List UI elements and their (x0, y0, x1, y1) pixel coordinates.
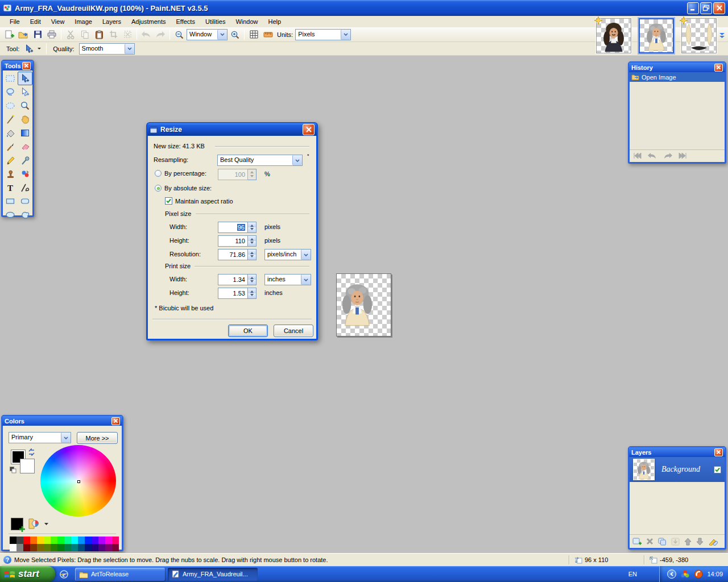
layers-palette-close-icon[interactable] (714, 448, 723, 456)
reset-colors-icon[interactable] (10, 467, 16, 473)
window-titlebar[interactable]: Army_FRA_VaudreuilKW.png (100%) - Paint.… (0, 0, 728, 16)
pixel-height-spinner[interactable]: 110 (218, 235, 257, 247)
palette-swatch[interactable] (30, 544, 37, 551)
save-icon[interactable] (31, 28, 44, 41)
menu-utilities[interactable]: Utilities (200, 16, 230, 27)
open-icon[interactable] (16, 28, 30, 41)
print-width-value[interactable]: 1.34 (218, 274, 248, 285)
palette-swatch[interactable] (85, 544, 92, 551)
tool-move-selected-pixels-icon[interactable] (18, 72, 32, 85)
pixel-width-spinner[interactable]: 96 (218, 222, 257, 233)
zoom-in-icon[interactable] (228, 28, 242, 41)
layer-row-background[interactable]: Background (630, 457, 725, 482)
paintdotnet-tray-icon[interactable] (680, 569, 690, 579)
color-wheel-marker[interactable] (77, 480, 80, 483)
taskbar-button-arttorelease[interactable]: ArtToRelease (75, 568, 165, 581)
palette-swatch[interactable] (92, 537, 98, 544)
tool-paint-bucket-icon[interactable] (3, 126, 18, 140)
merge-down-icon[interactable] (671, 538, 680, 546)
tool-ellipse-icon[interactable] (3, 208, 18, 222)
tool-dropdown-chevron-icon[interactable] (37, 47, 42, 50)
palette-menu-icon[interactable] (28, 517, 39, 530)
close-button[interactable] (713, 2, 725, 14)
spinner-buttons[interactable] (248, 288, 257, 299)
internet-explorer-icon[interactable]: e (59, 569, 69, 579)
palette-swatch[interactable] (37, 544, 44, 551)
add-color-swatch[interactable] (11, 518, 23, 530)
deselect-icon[interactable] (121, 28, 134, 41)
delete-layer-icon[interactable] (646, 538, 653, 545)
menu-layers[interactable]: Layers (97, 16, 126, 27)
resize-dialog-titlebar[interactable]: Resize (147, 123, 317, 136)
tools-palette-titlebar[interactable]: Tools (2, 61, 33, 70)
tool-text-icon[interactable]: T (3, 181, 18, 194)
palette-swatch[interactable] (23, 544, 30, 551)
tool-freeform-shape-icon[interactable] (18, 208, 32, 222)
more-button[interactable]: More >> (77, 432, 118, 444)
move-selected-pixels-icon[interactable] (24, 44, 34, 54)
menu-image[interactable]: Image (69, 16, 97, 27)
minimize-button[interactable] (687, 2, 699, 14)
secondary-color-swatch[interactable] (20, 459, 35, 473)
palette-swatch[interactable] (51, 537, 57, 544)
taskbar-clock[interactable]: 14:09 (707, 571, 723, 577)
palette-swatch[interactable] (105, 544, 112, 551)
rewind-icon[interactable] (633, 152, 642, 159)
tool-lasso-select-icon[interactable] (3, 85, 18, 99)
hide-icons-chevron[interactable] (667, 569, 676, 579)
spinner-buttons[interactable] (248, 169, 257, 180)
print-height-value[interactable]: 1.53 (218, 288, 248, 299)
cut-icon[interactable] (64, 28, 77, 41)
quality-select[interactable]: Smooth (79, 43, 135, 55)
palette-swatch[interactable] (92, 544, 98, 551)
units-select[interactable]: Pixels (295, 29, 351, 40)
print-width-spinner[interactable]: 1.34 (218, 274, 257, 285)
history-palette-close-icon[interactable] (714, 64, 723, 72)
palette-swatch[interactable] (16, 537, 23, 544)
menu-view[interactable]: View (46, 16, 70, 27)
new-icon[interactable] (2, 28, 16, 41)
tool-magic-wand-icon[interactable] (3, 113, 18, 126)
grid-icon[interactable] (247, 28, 260, 41)
tool-pan-icon[interactable] (18, 113, 32, 126)
language-indicator[interactable]: EN (628, 571, 637, 577)
image-canvas[interactable] (336, 273, 391, 336)
color-mode-select[interactable]: Primary (9, 432, 71, 443)
palette-swatch[interactable] (98, 544, 105, 551)
cancel-button[interactable]: Cancel (274, 325, 313, 337)
palette-swatch[interactable] (51, 544, 57, 551)
spinner-buttons[interactable] (248, 235, 257, 247)
palette-swatch[interactable] (64, 537, 71, 544)
palette-swatch[interactable] (44, 544, 51, 551)
menu-adjustments[interactable]: Adjustments (126, 16, 171, 27)
tool-color-picker-icon[interactable] (18, 153, 32, 167)
palette-swatch[interactable] (30, 537, 37, 544)
palette-menu-chevron-icon[interactable] (44, 522, 49, 526)
image-tab-3[interactable] (681, 18, 717, 53)
orange-app-icon[interactable] (694, 569, 703, 579)
paste-icon[interactable] (92, 28, 106, 41)
image-tab-2-selected[interactable] (639, 18, 674, 53)
tool-clone-stamp-icon[interactable] (3, 167, 18, 181)
palette-swatch[interactable] (23, 537, 30, 544)
crop-icon[interactable] (106, 28, 120, 41)
ruler-icon[interactable] (261, 28, 275, 41)
image-list-chevron-icon[interactable] (718, 32, 726, 39)
resolution-unit-select[interactable]: pixels/inch (264, 249, 311, 260)
ok-button[interactable]: OK (228, 325, 268, 337)
tool-eraser-icon[interactable] (18, 140, 32, 153)
palette-swatch[interactable] (10, 544, 16, 551)
tool-rounded-rectangle-icon[interactable] (18, 194, 32, 208)
resampling-select[interactable]: Best Quality (217, 155, 303, 166)
resolution-spinner[interactable]: 71.86 (218, 249, 257, 260)
redo-icon[interactable] (663, 152, 673, 159)
palette-swatch[interactable] (37, 537, 44, 544)
menu-help[interactable]: Help (263, 16, 287, 27)
palette-swatch[interactable] (112, 537, 119, 544)
colors-palette-close-icon[interactable] (111, 417, 120, 425)
tool-line-curve-icon[interactable] (18, 181, 32, 194)
layer-properties-icon[interactable] (708, 538, 718, 546)
zoom-out-icon[interactable] (172, 28, 186, 41)
tools-palette-close-icon[interactable] (22, 62, 31, 70)
palette-swatch[interactable] (16, 544, 23, 551)
